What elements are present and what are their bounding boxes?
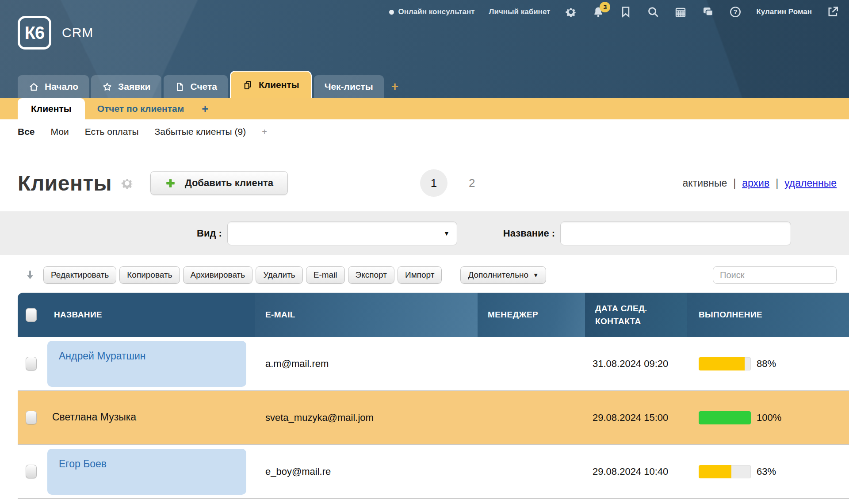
table-header: НАЗВАНИЕ E-MAIL МЕНЕДЖЕР ДАТА СЛЕД. КОНТ…	[18, 293, 849, 337]
online-consultant-label: Онлайн консультант	[398, 8, 475, 16]
table-row: Андрей Муратшин a.m@mail.rem 31.08.2024 …	[18, 337, 849, 391]
progress-label: 63%	[757, 466, 776, 477]
quick-filters: Все Мои Есть оплаты Забытые клиенты (9) …	[0, 119, 849, 137]
client-next-contact: 29.08.2024 10:40	[585, 466, 687, 477]
pagination: 1 2	[420, 169, 475, 197]
tab-checklists[interactable]: Чек-листы	[314, 75, 384, 98]
user-name[interactable]: Кулагин Роман	[756, 8, 812, 16]
tab-invoices[interactable]: Счета	[164, 75, 228, 98]
clients-table: НАЗВАНИЕ E-MAIL МЕНЕДЖЕР ДАТА СЛЕД. КОНТ…	[18, 293, 849, 499]
subtab-clients[interactable]: Клиенты	[18, 98, 85, 119]
view-separator: |	[733, 177, 736, 189]
view-archive-link[interactable]: архив	[742, 177, 769, 189]
name-filter-label: Название :	[503, 228, 555, 239]
view-active: активные	[682, 177, 727, 189]
more-actions-button[interactable]: Дополнительно ▼	[460, 266, 546, 284]
progress-track	[699, 357, 751, 370]
tab-label: Счета	[191, 81, 217, 92]
tab-label: Чек-листы	[325, 81, 373, 92]
page-number-current[interactable]: 1	[420, 169, 447, 197]
filter-all[interactable]: Все	[18, 126, 35, 137]
table-row: Егор Боев e_boy@mail.re 29.08.2024 10:40…	[18, 445, 849, 499]
copy-button[interactable]: Копировать	[119, 266, 180, 284]
table-search-input[interactable]	[713, 266, 837, 284]
add-filter-button[interactable]: +	[262, 127, 267, 137]
email-button[interactable]: E-mail	[306, 266, 345, 284]
filter-band: Вид : ▼ Название :	[0, 211, 849, 255]
green-plus-icon	[165, 178, 176, 189]
row-checkbox[interactable]	[26, 465, 37, 478]
action-buttons: Редактировать Копировать Архивировать Уд…	[43, 266, 442, 284]
add-client-button[interactable]: Добавить клиента	[150, 171, 288, 195]
progress-track	[699, 465, 751, 478]
subtab-clients-report[interactable]: Отчет по клиентам	[85, 98, 197, 119]
online-consultant-link[interactable]: Онлайн консультант	[389, 8, 475, 16]
notification-count-badge: 3	[600, 2, 610, 12]
move-down-arrow-icon[interactable]	[24, 268, 36, 282]
client-name-link[interactable]: Егор Боев	[47, 449, 246, 495]
row-checkbox[interactable]	[26, 357, 37, 370]
row-checkbox[interactable]	[26, 411, 37, 424]
notifications-bell[interactable]: 3	[592, 5, 605, 19]
client-email: a.m@mail.rem	[255, 358, 478, 370]
client-name-link[interactable]: Светлана Музыка	[52, 411, 136, 423]
bookmark-icon[interactable]	[619, 5, 632, 19]
page-title: Клиенты	[18, 171, 112, 195]
document-icon	[174, 81, 185, 92]
sub-nav-bar: Клиенты Отчет по клиентам +	[0, 98, 849, 119]
page-head: Клиенты Добавить клиента 1 2 активные | …	[0, 168, 849, 198]
add-client-label: Добавить клиента	[185, 177, 273, 189]
column-header-email: E-MAIL	[255, 293, 478, 337]
tab-clients[interactable]: Клиенты	[230, 71, 312, 98]
progress-fill	[699, 357, 745, 370]
client-next-contact: 31.08.2024 09:20	[585, 358, 687, 370]
column-header-name: НАЗВАНИЕ	[44, 293, 255, 337]
client-email: e_boy@mail.re	[255, 466, 478, 477]
page-settings-gear-icon[interactable]	[120, 176, 134, 191]
logout-share-icon[interactable]	[826, 5, 839, 19]
settings-gear-icon[interactable]	[564, 5, 577, 19]
logo-mark: К6	[18, 16, 51, 50]
online-status-dot	[389, 10, 394, 15]
filter-mine[interactable]: Мои	[51, 126, 69, 137]
select-caret-icon: ▼	[444, 230, 450, 237]
table-row: Светлана Музыка sveta_muzyka@mail.jom 29…	[18, 391, 849, 445]
view-separator: |	[776, 177, 778, 189]
tab-home[interactable]: Начало	[18, 75, 89, 98]
search-icon[interactable]	[646, 5, 660, 19]
personal-account-link[interactable]: Личный кабинет	[489, 8, 551, 16]
client-name-link[interactable]: Андрей Муратшин	[47, 341, 246, 387]
app-header: Онлайн консультант Личный кабинет 3	[0, 0, 849, 98]
select-all-checkbox[interactable]	[26, 308, 37, 322]
name-filter-input[interactable]	[560, 221, 791, 245]
client-email: sveta_muzyka@mail.jom	[255, 412, 478, 424]
chat-icon[interactable]	[701, 5, 715, 19]
svg-text:?: ?	[734, 8, 738, 15]
topbar: Онлайн консультант Личный кабинет 3	[389, 4, 839, 20]
archive-button[interactable]: Архивировать	[183, 266, 253, 284]
delete-button[interactable]: Удалить	[256, 266, 303, 284]
calendar-icon[interactable]	[674, 5, 687, 19]
help-icon[interactable]: ?	[729, 5, 742, 19]
progress-track	[699, 411, 751, 424]
progress-label: 100%	[757, 412, 781, 424]
app-logo[interactable]: К6 CRM	[18, 16, 93, 50]
view-deleted-link[interactable]: удаленные	[784, 177, 837, 189]
page-number-2[interactable]: 2	[469, 176, 475, 190]
export-button[interactable]: Экспорт	[348, 266, 394, 284]
column-header-next-contact: ДАТА СЛЕД. КОНТАКТА	[595, 302, 668, 328]
filter-has-payments[interactable]: Есть оплаты	[85, 126, 139, 137]
tab-requests[interactable]: Заявки	[91, 75, 161, 98]
filter-forgotten-clients[interactable]: Забытые клиенты (9)	[155, 126, 246, 137]
progress-label: 88%	[757, 358, 776, 370]
view-links: активные | архив | удаленные	[682, 177, 837, 189]
type-filter-select[interactable]: ▼	[227, 221, 457, 245]
caret-down-icon: ▼	[533, 272, 539, 279]
actions-row: Редактировать Копировать Архивировать Уд…	[0, 265, 849, 285]
add-main-tab-button[interactable]: +	[386, 80, 402, 98]
import-button[interactable]: Импорт	[398, 266, 442, 284]
tab-label: Клиенты	[259, 80, 299, 90]
edit-button[interactable]: Редактировать	[43, 266, 116, 284]
tab-label: Заявки	[118, 81, 150, 92]
add-subtab-button[interactable]: +	[196, 98, 214, 119]
